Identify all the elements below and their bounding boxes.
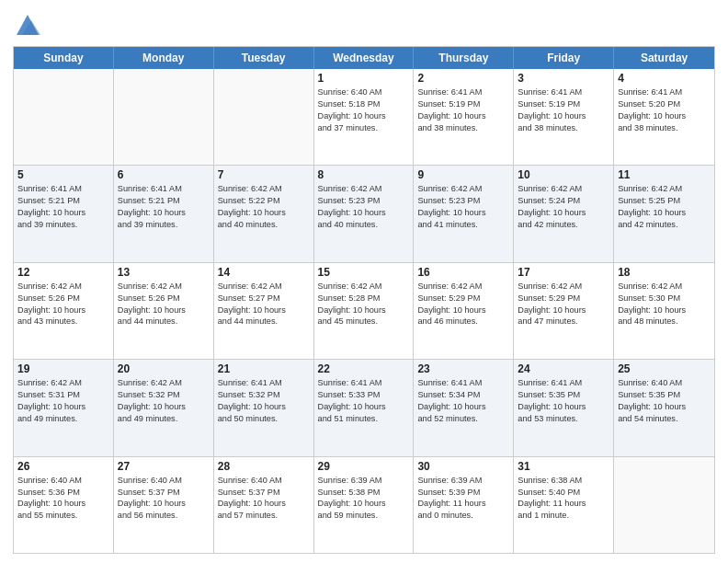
day-info: Sunrise: 6:42 AM Sunset: 5:29 PM Dayligh… bbox=[417, 281, 509, 328]
day-number: 15 bbox=[318, 266, 410, 279]
calendar: SundayMondayTuesdayWednesdayThursdayFrid… bbox=[13, 46, 715, 554]
day-number: 24 bbox=[518, 362, 609, 375]
day-number: 17 bbox=[518, 266, 609, 279]
day-number: 9 bbox=[417, 168, 509, 181]
day-number: 1 bbox=[318, 72, 410, 85]
day-cell-empty-0-0 bbox=[14, 69, 114, 165]
day-info: Sunrise: 6:42 AM Sunset: 5:27 PM Dayligh… bbox=[218, 281, 310, 328]
header-cell-saturday: Saturday bbox=[614, 47, 714, 69]
day-cell-14: 14Sunrise: 6:42 AM Sunset: 5:27 PM Dayli… bbox=[214, 263, 314, 359]
day-info: Sunrise: 6:40 AM Sunset: 5:35 PM Dayligh… bbox=[618, 377, 711, 425]
day-cell-27: 27Sunrise: 6:40 AM Sunset: 5:37 PM Dayli… bbox=[114, 457, 214, 553]
day-cell-15: 15Sunrise: 6:42 AM Sunset: 5:28 PM Dayli… bbox=[314, 263, 415, 359]
day-cell-3: 3Sunrise: 6:41 AM Sunset: 5:19 PM Daylig… bbox=[514, 69, 614, 165]
day-cell-30: 30Sunrise: 6:39 AM Sunset: 5:39 PM Dayli… bbox=[414, 457, 514, 553]
calendar-row-0: 1Sunrise: 6:40 AM Sunset: 5:18 PM Daylig… bbox=[14, 69, 714, 166]
day-info: Sunrise: 6:40 AM Sunset: 5:18 PM Dayligh… bbox=[318, 86, 410, 134]
day-number: 4 bbox=[618, 72, 711, 85]
day-cell-17: 17Sunrise: 6:42 AM Sunset: 5:29 PM Dayli… bbox=[514, 263, 614, 359]
day-cell-11: 11Sunrise: 6:42 AM Sunset: 5:25 PM Dayli… bbox=[614, 166, 714, 261]
day-number: 29 bbox=[318, 460, 410, 473]
day-number: 30 bbox=[417, 460, 509, 473]
day-info: Sunrise: 6:41 AM Sunset: 5:20 PM Dayligh… bbox=[618, 86, 711, 134]
day-number: 22 bbox=[318, 362, 410, 375]
calendar-row-3: 19Sunrise: 6:42 AM Sunset: 5:31 PM Dayli… bbox=[14, 360, 714, 456]
day-info: Sunrise: 6:39 AM Sunset: 5:39 PM Dayligh… bbox=[417, 475, 509, 523]
header-cell-monday: Monday bbox=[114, 47, 214, 69]
day-number: 23 bbox=[417, 362, 509, 375]
day-number: 31 bbox=[518, 460, 609, 473]
day-cell-8: 8Sunrise: 6:42 AM Sunset: 5:23 PM Daylig… bbox=[314, 166, 415, 261]
header-cell-thursday: Thursday bbox=[414, 47, 514, 69]
day-number: 27 bbox=[118, 460, 210, 473]
day-number: 18 bbox=[618, 266, 711, 279]
day-info: Sunrise: 6:41 AM Sunset: 5:21 PM Dayligh… bbox=[118, 183, 210, 231]
header-cell-friday: Friday bbox=[514, 47, 614, 69]
day-number: 11 bbox=[618, 168, 711, 181]
day-number: 8 bbox=[318, 168, 410, 181]
day-info: Sunrise: 6:42 AM Sunset: 5:30 PM Dayligh… bbox=[618, 281, 711, 328]
day-cell-9: 9Sunrise: 6:42 AM Sunset: 5:23 PM Daylig… bbox=[414, 166, 514, 261]
day-number: 12 bbox=[17, 266, 109, 279]
day-cell-13: 13Sunrise: 6:42 AM Sunset: 5:26 PM Dayli… bbox=[114, 263, 214, 359]
day-number: 2 bbox=[417, 72, 509, 85]
day-info: Sunrise: 6:42 AM Sunset: 5:31 PM Dayligh… bbox=[17, 377, 109, 425]
day-cell-6: 6Sunrise: 6:41 AM Sunset: 5:21 PM Daylig… bbox=[114, 166, 214, 261]
day-cell-25: 25Sunrise: 6:40 AM Sunset: 5:35 PM Dayli… bbox=[614, 360, 714, 455]
day-number: 26 bbox=[17, 460, 109, 473]
day-info: Sunrise: 6:41 AM Sunset: 5:19 PM Dayligh… bbox=[417, 86, 509, 134]
page: SundayMondayTuesdayWednesdayThursdayFrid… bbox=[0, 0, 728, 563]
day-cell-empty-0-1 bbox=[114, 69, 214, 165]
day-info: Sunrise: 6:38 AM Sunset: 5:40 PM Dayligh… bbox=[518, 475, 609, 523]
calendar-row-1: 5Sunrise: 6:41 AM Sunset: 5:21 PM Daylig… bbox=[14, 166, 714, 262]
day-number: 19 bbox=[17, 362, 109, 375]
logo-icon bbox=[13, 9, 42, 39]
day-number: 7 bbox=[218, 168, 310, 181]
day-info: Sunrise: 6:42 AM Sunset: 5:24 PM Dayligh… bbox=[518, 183, 609, 231]
day-cell-22: 22Sunrise: 6:41 AM Sunset: 5:33 PM Dayli… bbox=[314, 360, 415, 455]
day-cell-20: 20Sunrise: 6:42 AM Sunset: 5:32 PM Dayli… bbox=[114, 360, 214, 455]
day-info: Sunrise: 6:42 AM Sunset: 5:28 PM Dayligh… bbox=[318, 281, 410, 328]
day-info: Sunrise: 6:40 AM Sunset: 5:37 PM Dayligh… bbox=[118, 475, 210, 523]
day-info: Sunrise: 6:41 AM Sunset: 5:34 PM Dayligh… bbox=[417, 377, 509, 425]
day-cell-31: 31Sunrise: 6:38 AM Sunset: 5:40 PM Dayli… bbox=[514, 457, 614, 553]
day-cell-24: 24Sunrise: 6:41 AM Sunset: 5:35 PM Dayli… bbox=[514, 360, 614, 455]
day-cell-19: 19Sunrise: 6:42 AM Sunset: 5:31 PM Dayli… bbox=[14, 360, 114, 455]
day-info: Sunrise: 6:41 AM Sunset: 5:21 PM Dayligh… bbox=[17, 183, 109, 231]
header bbox=[13, 9, 715, 39]
day-info: Sunrise: 6:42 AM Sunset: 5:32 PM Dayligh… bbox=[118, 377, 210, 425]
day-info: Sunrise: 6:41 AM Sunset: 5:19 PM Dayligh… bbox=[518, 86, 609, 134]
header-cell-sunday: Sunday bbox=[14, 47, 114, 69]
day-info: Sunrise: 6:42 AM Sunset: 5:26 PM Dayligh… bbox=[118, 281, 210, 328]
logo bbox=[13, 9, 46, 39]
day-cell-1: 1Sunrise: 6:40 AM Sunset: 5:18 PM Daylig… bbox=[314, 69, 415, 165]
day-number: 6 bbox=[118, 168, 210, 181]
day-info: Sunrise: 6:42 AM Sunset: 5:26 PM Dayligh… bbox=[17, 281, 109, 328]
day-number: 21 bbox=[218, 362, 310, 375]
day-cell-12: 12Sunrise: 6:42 AM Sunset: 5:26 PM Dayli… bbox=[14, 263, 114, 359]
day-cell-18: 18Sunrise: 6:42 AM Sunset: 5:30 PM Dayli… bbox=[614, 263, 714, 359]
day-info: Sunrise: 6:42 AM Sunset: 5:23 PM Dayligh… bbox=[318, 183, 410, 231]
calendar-row-4: 26Sunrise: 6:40 AM Sunset: 5:36 PM Dayli… bbox=[14, 457, 714, 553]
day-info: Sunrise: 6:42 AM Sunset: 5:23 PM Dayligh… bbox=[417, 183, 509, 231]
day-number: 5 bbox=[17, 168, 109, 181]
day-number: 3 bbox=[518, 72, 609, 85]
day-info: Sunrise: 6:42 AM Sunset: 5:25 PM Dayligh… bbox=[618, 183, 711, 231]
day-cell-4: 4Sunrise: 6:41 AM Sunset: 5:20 PM Daylig… bbox=[614, 69, 714, 165]
day-cell-28: 28Sunrise: 6:40 AM Sunset: 5:37 PM Dayli… bbox=[214, 457, 314, 553]
day-cell-21: 21Sunrise: 6:41 AM Sunset: 5:32 PM Dayli… bbox=[214, 360, 314, 455]
header-cell-tuesday: Tuesday bbox=[214, 47, 314, 69]
day-info: Sunrise: 6:41 AM Sunset: 5:35 PM Dayligh… bbox=[518, 377, 609, 425]
day-cell-7: 7Sunrise: 6:42 AM Sunset: 5:22 PM Daylig… bbox=[214, 166, 314, 261]
header-cell-wednesday: Wednesday bbox=[314, 47, 415, 69]
day-number: 10 bbox=[518, 168, 609, 181]
day-info: Sunrise: 6:42 AM Sunset: 5:29 PM Dayligh… bbox=[518, 281, 609, 328]
day-info: Sunrise: 6:41 AM Sunset: 5:33 PM Dayligh… bbox=[318, 377, 410, 425]
day-cell-empty-0-2 bbox=[214, 69, 314, 165]
day-number: 25 bbox=[618, 362, 711, 375]
calendar-header-row: SundayMondayTuesdayWednesdayThursdayFrid… bbox=[14, 47, 714, 69]
day-number: 28 bbox=[218, 460, 310, 473]
day-info: Sunrise: 6:40 AM Sunset: 5:37 PM Dayligh… bbox=[218, 475, 310, 523]
day-number: 16 bbox=[417, 266, 509, 279]
day-info: Sunrise: 6:39 AM Sunset: 5:38 PM Dayligh… bbox=[318, 475, 410, 523]
